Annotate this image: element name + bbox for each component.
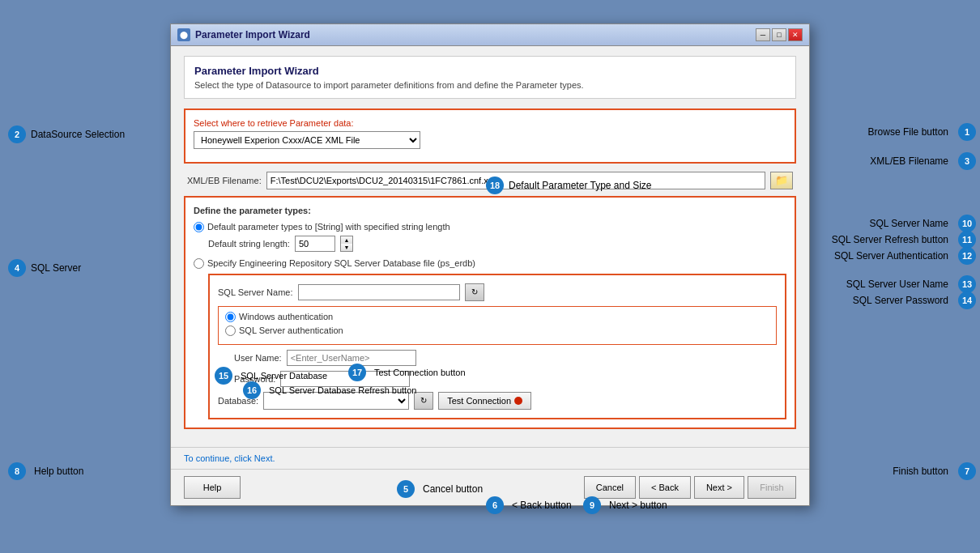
annotation-16: 16 SQL Server Database Refresh button: [243, 381, 416, 399]
windows-auth-label: Windows authentication: [239, 312, 333, 321]
title-bar-controls: ─ □ ✕: [756, 28, 803, 41]
maximize-button[interactable]: □: [772, 28, 786, 41]
wizard-subtitle: Select the type of Datasource to import …: [194, 80, 786, 90]
database-refresh-button[interactable]: ↻: [414, 392, 433, 410]
footer: To continue, click Next.: [171, 447, 809, 469]
annotation-12: 12 SQL Server Authentication: [834, 247, 976, 265]
test-conn-status-icon: [514, 397, 522, 405]
string-length-spinner[interactable]: ▲ ▼: [340, 236, 353, 252]
param-types-title: Define the parameter types:: [194, 206, 786, 215]
default-radio-label: Default parameter types to [String] with…: [207, 222, 450, 232]
annotation-9: 9 Next > button: [583, 496, 667, 514]
sql-name-label: SQL Server Name:: [218, 287, 293, 297]
sql-auth-label: SQL Server authentication: [239, 325, 343, 335]
specify-radio[interactable]: [194, 258, 204, 269]
close-button[interactable]: ✕: [788, 28, 803, 41]
annotation-3: 3 XML/EB Filename: [870, 152, 976, 170]
test-conn-label: Test Connection: [447, 396, 511, 406]
sql-name-row: SQL Server Name: ↻: [218, 283, 777, 301]
datasource-label: Select where to retrieve Parameter data:: [194, 118, 786, 128]
next-button[interactable]: Next >: [694, 476, 744, 499]
sql-auth-row: SQL Server authentication: [225, 325, 769, 336]
sql-auth-radio[interactable]: [225, 325, 236, 336]
annotation-13: 13 SQL Server User Name: [846, 275, 976, 293]
string-length-row: Default string length: ▲ ▼: [208, 236, 786, 252]
cancel-button[interactable]: Cancel: [584, 476, 636, 499]
specify-radio-label: Specify Engineering Repository SQL Serve…: [207, 258, 475, 268]
title-bar: ⬤ Parameter Import Wizard ─ □ ✕: [171, 24, 809, 46]
back-button[interactable]: < Back: [639, 476, 691, 499]
test-connection-button[interactable]: Test Connection: [438, 392, 531, 410]
nav-buttons: Cancel < Back Next > Finish: [584, 476, 796, 499]
finish-button[interactable]: Finish: [748, 476, 796, 499]
annotation-1: 1 Browse File button: [868, 123, 976, 141]
minimize-button[interactable]: ─: [756, 28, 770, 41]
wizard-title: Parameter Import Wizard: [194, 65, 786, 77]
windows-auth-radio[interactable]: [225, 312, 236, 322]
string-length-input[interactable]: [295, 236, 335, 252]
title-bar-text: Parameter Import Wizard: [195, 29, 310, 40]
datasource-select[interactable]: Honeywell Experion Cxxx/ACE XML File SQL…: [194, 131, 420, 149]
annotation-10: 10 SQL Server Name: [869, 215, 976, 232]
annotation-5: 5 Cancel button: [397, 480, 483, 498]
datasource-section: Select where to retrieve Parameter data:…: [184, 108, 796, 164]
datasource-field-row: Honeywell Experion Cxxx/ACE XML File SQL…: [194, 131, 786, 149]
annotation-2: 2 DataSource Selection: [8, 125, 125, 143]
footer-hint: To continue, click Next.: [184, 453, 275, 463]
main-window: ⬤ Parameter Import Wizard ─ □ ✕ Paramete…: [170, 23, 810, 506]
string-length-label: Default string length:: [208, 239, 290, 249]
windows-auth-row: Windows authentication: [225, 312, 769, 322]
username-label: User Name:: [234, 353, 282, 363]
help-button[interactable]: Help: [184, 476, 241, 499]
annotation-17: 17 Test Connection button: [348, 364, 466, 381]
annotation-6: 6 < Back button: [486, 496, 572, 514]
sql-refresh-button[interactable]: ↻: [465, 283, 484, 301]
xml-filename-label: XML/EB Filename:: [187, 176, 262, 185]
annotation-11: 11 SQL Server Refresh button: [832, 231, 976, 249]
annotation-4: 4 SQL Server: [8, 259, 81, 277]
annotation-14: 14 SQL Server Password: [853, 291, 976, 309]
username-row: User Name:: [218, 350, 777, 366]
default-radio-row: Default parameter types to [String] with…: [194, 222, 786, 232]
annotation-18: 18 Default Parameter Type and Size: [486, 177, 652, 194]
header-section: Parameter Import Wizard Select the type …: [184, 56, 796, 99]
annotation-8: 8 Help button: [8, 462, 83, 480]
browse-file-button[interactable]: 📁: [770, 172, 793, 189]
sql-name-input[interactable]: [298, 284, 460, 300]
app-icon: ⬤: [177, 28, 190, 41]
annotation-7: 7 Finish button: [893, 462, 976, 480]
default-radio[interactable]: [194, 222, 204, 232]
auth-section: Windows authentication SQL Server authen…: [218, 306, 777, 345]
specify-radio-row: Specify Engineering Repository SQL Serve…: [194, 258, 786, 269]
